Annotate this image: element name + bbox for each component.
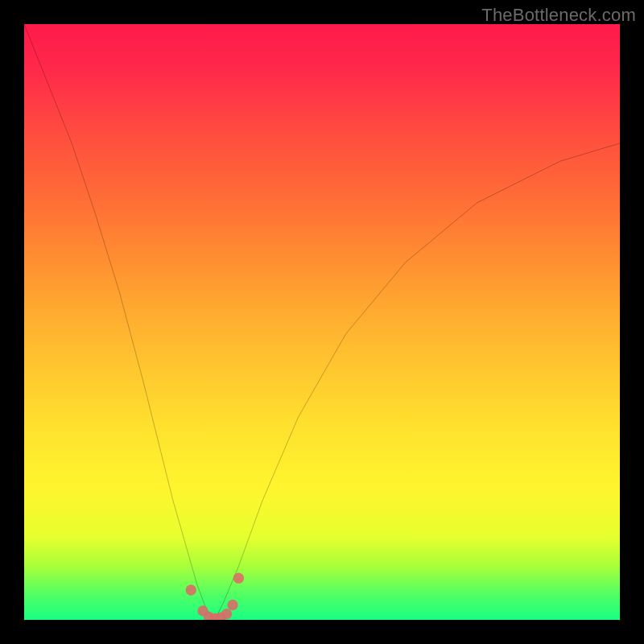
- marker-dot: [221, 609, 232, 619]
- marker-dot: [227, 600, 237, 610]
- marker-dot: [233, 573, 244, 584]
- bottleneck-curve-right: [215, 143, 620, 620]
- watermark-text: TheBottleneck.com: [481, 5, 636, 26]
- marker-cluster: [186, 573, 245, 620]
- marker-dot: [186, 584, 196, 595]
- plot-area: [24, 24, 620, 620]
- chart-frame: TheBottleneck.com: [0, 0, 644, 644]
- curve-layer: [24, 24, 620, 620]
- bottleneck-curve-left: [24, 24, 215, 620]
